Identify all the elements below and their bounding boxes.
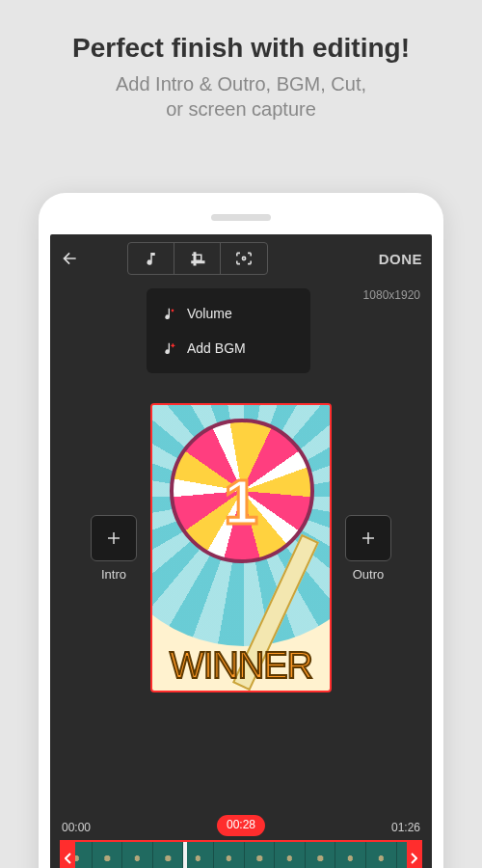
timeline-thumb: [122, 842, 153, 868]
timeline-thumb: [153, 842, 184, 868]
editor-topbar: DONE: [50, 234, 432, 283]
time-labels: 00:00 00:28 01:26: [50, 821, 432, 834]
done-button[interactable]: DONE: [379, 251, 422, 267]
editor-screen: DONE 1080x1920 Volume Add BGM Intro: [50, 234, 432, 868]
timeline-thumb: [306, 842, 336, 868]
timeline-thumb: [366, 842, 397, 868]
preview-row: Intro 1 WINNER Outro: [50, 403, 432, 692]
phone-speaker: [211, 214, 271, 221]
dropdown-add-bgm-label: Add BGM: [187, 340, 246, 356]
trim-handle-left[interactable]: [62, 842, 75, 868]
volume-icon: [162, 306, 177, 321]
intro-label: Intro: [101, 567, 126, 582]
time-end: 01:26: [391, 821, 420, 834]
phone-frame: DONE 1080x1920 Volume Add BGM Intro: [39, 193, 443, 868]
tool-tabs: [127, 242, 268, 275]
timeline-thumb: [245, 842, 276, 868]
chevron-left-icon: [65, 853, 72, 864]
outro-label: Outro: [353, 567, 385, 582]
back-icon[interactable]: [60, 247, 83, 270]
video-preview[interactable]: 1 WINNER: [150, 403, 332, 692]
chevron-right-icon: [410, 853, 417, 864]
timeline-thumb: [214, 842, 245, 868]
dropdown-add-bgm[interactable]: Add BGM: [147, 331, 310, 366]
intro-box: Intro: [91, 515, 137, 582]
rank-number: 1: [152, 467, 330, 538]
trim-handle-right[interactable]: [407, 842, 420, 868]
dropdown-volume[interactable]: Volume: [147, 296, 310, 331]
time-current-badge: 00:28: [217, 815, 265, 836]
promo-subtitle: Add Intro & Outro, BGM, Cut,or screen ca…: [0, 71, 482, 122]
timeline-track[interactable]: [60, 840, 422, 868]
timeline-thumb: [335, 842, 366, 868]
add-outro-button[interactable]: [345, 515, 391, 561]
outro-box: Outro: [345, 515, 391, 582]
time-start: 00:00: [62, 821, 91, 834]
tab-crop[interactable]: [174, 243, 221, 274]
add-bgm-icon: [162, 340, 177, 356]
plus-icon: [360, 529, 377, 547]
resolution-label: 1080x1920: [363, 288, 420, 302]
music-dropdown: Volume Add BGM: [147, 288, 310, 373]
tab-music[interactable]: [128, 243, 174, 274]
dropdown-volume-label: Volume: [187, 306, 232, 321]
timeline-thumb: [275, 842, 306, 868]
tab-capture[interactable]: [221, 243, 267, 274]
promo-title: Perfect finish with editing!: [0, 33, 482, 64]
add-intro-button[interactable]: [91, 515, 137, 561]
plus-icon: [105, 529, 122, 547]
winner-banner: WINNER: [152, 645, 330, 687]
timeline-thumb: [93, 842, 123, 868]
timeline-playhead[interactable]: [183, 840, 187, 868]
timeline-thumb: [183, 842, 214, 868]
